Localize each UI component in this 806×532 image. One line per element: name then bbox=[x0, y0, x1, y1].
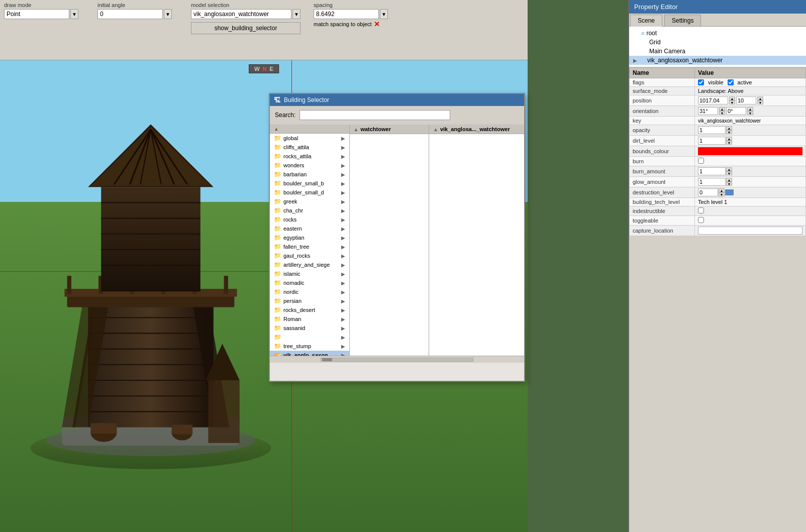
tree-main-camera[interactable]: Main Camera bbox=[629, 47, 806, 56]
svg-rect-16 bbox=[67, 276, 71, 294]
initial-angle-input[interactable] bbox=[97, 9, 163, 19]
opacity-up[interactable]: ▲ bbox=[726, 126, 732, 130]
burn-amount-up[interactable]: ▲ bbox=[726, 167, 732, 171]
bounds-colour-value[interactable] bbox=[695, 146, 806, 157]
folder-tree-stump[interactable]: 📁tree_stump▶ bbox=[270, 342, 349, 351]
tree-grid[interactable]: Grid bbox=[629, 38, 806, 47]
position-x-input[interactable] bbox=[698, 96, 728, 104]
active-checkbox[interactable] bbox=[728, 79, 734, 85]
capture-location-value bbox=[695, 226, 806, 236]
opacity-input[interactable] bbox=[698, 126, 726, 134]
folder-empty[interactable]: 📁▶ bbox=[270, 333, 349, 342]
glow-amount-input[interactable] bbox=[698, 178, 726, 186]
capture-location-label: capture_location bbox=[630, 226, 695, 236]
orientation-y-down[interactable]: ▼ bbox=[747, 111, 753, 115]
dirt-level-down[interactable]: ▼ bbox=[726, 141, 732, 145]
vik-watchtower-sort-arrow[interactable]: ▲ bbox=[433, 127, 438, 132]
initial-angle-dropdown[interactable]: ▼ bbox=[164, 9, 172, 19]
folder-persian[interactable]: 📁persian▶ bbox=[270, 296, 349, 305]
position-x-up[interactable]: ▲ bbox=[729, 96, 735, 100]
spacing-group: spacing ▼ match spacing to object ✕ bbox=[314, 2, 404, 58]
draw-mode-input[interactable] bbox=[4, 9, 69, 19]
glow-amount-up[interactable]: ▲ bbox=[726, 178, 732, 182]
destruction-level-input[interactable] bbox=[698, 188, 718, 196]
search-label: Search: bbox=[275, 112, 295, 119]
folder-wonders[interactable]: 📁wonders▶ bbox=[270, 161, 349, 170]
position-value: ▲ ▼ ▲ ▼ bbox=[695, 95, 806, 106]
burn-amount-down[interactable]: ▼ bbox=[726, 171, 732, 175]
property-editor: Property Editor Scene Settings ≡ root Gr… bbox=[628, 0, 806, 532]
glow-amount-down[interactable]: ▼ bbox=[726, 182, 732, 186]
position-y-down[interactable]: ▼ bbox=[757, 100, 763, 104]
watchtower-sort-arrow[interactable]: ▲ bbox=[354, 127, 359, 132]
folder-islamic[interactable]: 📁islamic▶ bbox=[270, 269, 349, 278]
prop-orientation: orientation ▲ ▼ ▲ ▼ bbox=[630, 106, 806, 117]
destruction-level-down[interactable]: ▼ bbox=[719, 192, 725, 196]
burn-checkbox[interactable] bbox=[698, 158, 704, 164]
horizontal-scrollbar[interactable] bbox=[321, 358, 473, 362]
spacing-dropdown[interactable]: ▼ bbox=[380, 9, 388, 19]
building-selector-titlebar: 🏗 Building Selector bbox=[270, 94, 524, 106]
folder-roman[interactable]: 📁Roman▶ bbox=[270, 314, 349, 324]
orientation-x-up[interactable]: ▲ bbox=[719, 107, 725, 111]
model-selection-dropdown[interactable]: ▼ bbox=[292, 9, 300, 19]
draw-mode-group: draw mode ▼ bbox=[4, 2, 94, 58]
initial-angle-group: initial angle ▼ bbox=[97, 2, 188, 58]
folder-nomadic[interactable]: 📁nomadic▶ bbox=[270, 278, 349, 287]
folder-fallen-tree[interactable]: 📁fallen_tree▶ bbox=[270, 242, 349, 251]
position-x-down[interactable]: ▼ bbox=[729, 100, 735, 104]
folder-rocks-desert[interactable]: 📁rocks_desert▶ bbox=[270, 305, 349, 314]
capture-location-input[interactable] bbox=[698, 227, 802, 235]
tree-selected-label: vik_anglosaxon_watchtower bbox=[647, 57, 723, 64]
folder-rocks[interactable]: 📁rocks▶ bbox=[270, 215, 349, 224]
orientation-y-input[interactable] bbox=[726, 107, 746, 115]
building-selector-icon: 🏗 bbox=[274, 96, 281, 104]
destruction-level-up[interactable]: ▲ bbox=[719, 188, 725, 192]
draw-mode-dropdown[interactable]: ▼ bbox=[70, 9, 78, 19]
spacing-input[interactable] bbox=[314, 9, 379, 19]
burn-amount-input[interactable] bbox=[698, 167, 726, 175]
folder-barbarian[interactable]: 📁barbarian▶ bbox=[270, 170, 349, 179]
position-y-input[interactable] bbox=[736, 96, 756, 104]
toggleable-value bbox=[695, 216, 806, 226]
building-selector-columns: ▲ 📁global▶ 📁cliffs_attila▶ 📁rocks_attila… bbox=[270, 125, 524, 356]
orientation-x-down[interactable]: ▼ bbox=[719, 111, 725, 115]
tree-root[interactable]: ≡ root bbox=[629, 29, 806, 38]
folder-artillery-and-siege[interactable]: 📁artillery_and_siege▶ bbox=[270, 260, 349, 269]
tab-settings[interactable]: Settings bbox=[664, 15, 701, 26]
search-input[interactable] bbox=[299, 110, 450, 120]
toggleable-checkbox[interactable] bbox=[698, 217, 704, 223]
folder-rocks-attila[interactable]: 📁rocks_attila▶ bbox=[270, 152, 349, 161]
visible-checkbox[interactable] bbox=[698, 79, 704, 85]
folder-gaul-rocks[interactable]: 📁gaul_rocks▶ bbox=[270, 251, 349, 260]
folder-eastern[interactable]: 📁eastern▶ bbox=[270, 224, 349, 233]
folder-vik-anglo-saxon[interactable]: 📂vik_anglo_saxon▶ bbox=[270, 351, 349, 356]
position-label: position bbox=[630, 95, 695, 106]
folder-cliffs-attila[interactable]: 📁cliffs_attila▶ bbox=[270, 143, 349, 152]
orientation-x-input[interactable] bbox=[698, 107, 718, 115]
folder-nordic[interactable]: 📁nordic▶ bbox=[270, 287, 349, 296]
indestructible-checkbox[interactable] bbox=[698, 207, 704, 214]
model-selection-input[interactable] bbox=[191, 9, 291, 19]
scroll-thumb[interactable] bbox=[322, 358, 332, 361]
folder-boulder-small-b[interactable]: 📁boulder_small_b▶ bbox=[270, 179, 349, 188]
property-table: Name Value flags visible active surface_… bbox=[629, 67, 806, 236]
orientation-y-up[interactable]: ▲ bbox=[747, 107, 753, 111]
folder-sort-arrow[interactable]: ▲ bbox=[274, 126, 279, 132]
dirt-level-input[interactable] bbox=[698, 137, 726, 145]
tree-watchtower[interactable]: ▶ vik_anglosaxon_watchtower bbox=[629, 56, 806, 65]
opacity-down[interactable]: ▼ bbox=[726, 130, 732, 134]
tab-scene[interactable]: Scene bbox=[630, 15, 662, 27]
folder-egyptian[interactable]: 📁egyptian▶ bbox=[270, 233, 349, 242]
folder-greek[interactable]: 📁greek▶ bbox=[270, 197, 349, 206]
draw-mode-label: draw mode bbox=[4, 2, 94, 8]
folder-cha-chr[interactable]: 📁cha_chr▶ bbox=[270, 206, 349, 215]
bounds-color-swatch[interactable] bbox=[698, 147, 802, 155]
show-building-selector-button[interactable]: show_building_selector bbox=[191, 22, 300, 34]
opacity-value: ▲ ▼ bbox=[695, 125, 806, 136]
folder-boulder-small-d[interactable]: 📁boulder_small_d▶ bbox=[270, 188, 349, 197]
folder-sassanid[interactable]: 📁sassanid▶ bbox=[270, 324, 349, 333]
position-y-up[interactable]: ▲ bbox=[757, 96, 763, 100]
folder-global[interactable]: 📁global▶ bbox=[270, 134, 349, 143]
dirt-level-up[interactable]: ▲ bbox=[726, 137, 732, 141]
